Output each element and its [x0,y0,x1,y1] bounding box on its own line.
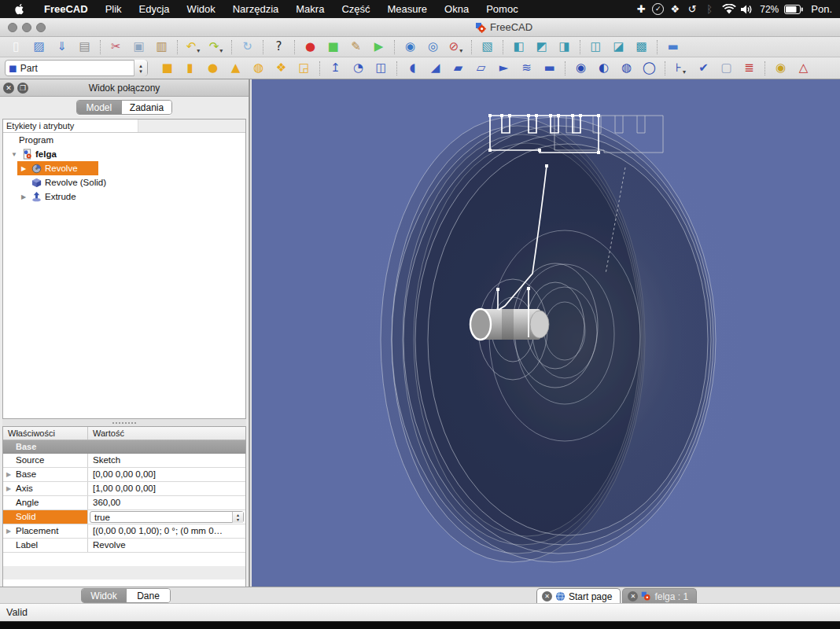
menu-plik[interactable]: Plik [97,3,131,15]
dropbox-icon[interactable]: ❖ [666,3,683,15]
workbench-stepper[interactable]: ▴▾ [134,60,147,76]
view-front-icon[interactable]: ◧ [507,39,530,56]
cylinder-icon[interactable]: ▮ [179,60,201,77]
menu-narz-dzia[interactable]: Narzędzia [224,3,288,15]
chamfer-icon[interactable]: ◢ [424,60,447,77]
sphere-icon[interactable]: ● [201,60,224,77]
plus-icon[interactable]: ✚ [632,3,650,15]
tab-model[interactable]: Model [77,101,121,114]
menubar-clock[interactable]: Pon. [806,3,832,15]
new-file-icon[interactable]: ▯ [5,39,28,56]
menu-makra[interactable]: Makra [287,3,333,15]
offset-icon[interactable]: ▬ [538,60,561,77]
expander-closed-icon[interactable]: ▶ [17,165,30,172]
sweep-icon[interactable]: ► [492,60,515,77]
fit-all-icon[interactable]: ◉ [399,39,422,56]
boolean-union-icon[interactable]: ◍ [615,60,638,77]
mirror-icon[interactable]: ◫ [370,60,392,77]
panel-titlebar[interactable]: ✕ ❐ Widok połączony [0,79,249,97]
property-row-solid[interactable]: Solidtrue▴▾ [3,510,245,524]
ruled-surface-icon[interactable]: ▱ [470,60,492,77]
extrude-icon[interactable]: ↥ [324,60,347,77]
box-icon[interactable]: ■ [156,60,179,77]
copy-icon[interactable]: ▣ [127,39,150,56]
dock-splitter[interactable] [2,419,246,426]
view-rear-icon[interactable]: ◫ [584,39,607,56]
tab-widok[interactable]: Widok [82,589,126,602]
menu-cz[interactable]: Część [333,3,378,15]
property-row-angle[interactable]: Angle360,00 [3,496,245,510]
menu-okna[interactable]: Okna [436,3,477,15]
document-tab-start-page[interactable]: ✕Start page [536,588,621,604]
dropdown-arrow-icon[interactable]: ▾ [683,68,686,77]
expander-closed-icon[interactable]: ▶ [3,524,14,538]
expander-closed-icon[interactable]: ▶ [3,482,14,495]
expander-open-icon[interactable]: ▼ [8,151,20,158]
volume-icon[interactable] [740,4,754,15]
refine-shape-icon[interactable]: ◉ [769,60,792,77]
torus-icon[interactable]: ◍ [247,60,270,77]
menu-freecad[interactable]: FreeCAD [35,3,97,15]
tree-item-revolve[interactable]: ▶Revolve [3,161,245,175]
zoom-icon[interactable]: ◎ [422,39,444,56]
tree-item-program[interactable]: Program [3,133,245,147]
tab-close-icon[interactable]: ✕ [628,591,638,601]
shape-builder-icon[interactable]: ◲ [293,60,315,77]
panel-undock-icon[interactable]: ❐ [17,83,28,94]
workbench-selector[interactable]: ◼ Part ▴▾ [5,60,148,76]
refresh-icon[interactable]: ↻ [236,39,259,56]
open-folder-icon[interactable]: ▨ [28,39,50,56]
property-value[interactable]: [0,00 0,00 0,00] [88,468,245,481]
print-icon[interactable]: ▤ [73,39,96,56]
boolean-cut-icon[interactable]: ◐ [592,60,615,77]
apple-menu[interactable] [0,3,35,15]
macro-stop-icon[interactable]: ■ [322,39,344,56]
property-row-placement[interactable]: ▶Placement[(0,00 0,00 1,00); 0 °; (0 mm … [3,524,245,539]
cross-sections-icon[interactable]: ⊦▾ [669,60,692,77]
macro-record-icon[interactable]: ● [299,39,322,56]
menu-edycja[interactable]: Edycja [131,3,179,15]
menu-pomoc[interactable]: Pomoc [477,3,526,15]
property-value-combobox[interactable]: true▴▾ [90,511,244,523]
property-row-source[interactable]: SourceSketch [3,454,245,468]
draw-style-icon[interactable]: ⊘▾ [444,39,467,56]
tree-item-extrude[interactable]: ▶Extrude [3,189,245,204]
menu-widok[interactable]: Widok [179,3,224,15]
dropdown-arrow-icon[interactable]: ▾ [219,47,223,56]
boolean-icon[interactable]: ◉ [569,60,592,77]
view-bottom-icon[interactable]: ◪ [607,39,630,56]
window-titlebar[interactable]: FreeCAD [0,18,840,37]
panel-close-icon[interactable]: ✕ [3,83,14,94]
dropdown-arrow-icon[interactable]: ▾ [197,47,200,56]
redo-icon[interactable]: ↷▾ [204,39,227,56]
menu-measure[interactable]: Measure [379,3,437,15]
boolean-common-icon[interactable]: ◯ [638,60,661,77]
tab-zadania[interactable]: Zadania [121,101,171,114]
defeaturing-icon[interactable]: ▢ [715,60,738,77]
tab-dane[interactable]: Dane [126,589,170,602]
property-value[interactable]: 360,00 [88,496,245,509]
macro-play-icon[interactable]: ▶ [367,39,390,56]
view-right-icon[interactable]: ◨ [553,39,576,56]
time-machine-icon[interactable]: ↺ [683,3,701,15]
property-row-base[interactable]: ▶Base[0,00 0,00 0,00] [3,468,245,482]
dropdown-arrow-icon[interactable]: ▾ [459,47,462,56]
bluetooth-icon[interactable]: ᛒ [701,3,718,15]
undo-icon[interactable]: ↶▾ [182,39,204,56]
3d-viewport[interactable] [252,79,840,587]
view-left-icon[interactable]: ▩ [630,39,653,56]
window-zoom-button[interactable] [36,23,46,32]
property-value[interactable]: Revolve [88,539,245,552]
view-top-icon[interactable]: ◩ [530,39,553,56]
revolve-icon[interactable]: ◔ [347,60,370,77]
combobox-stepper-icon[interactable]: ▴▾ [232,512,243,523]
macos-dock-edge[interactable] [0,621,840,629]
expander-closed-icon[interactable]: ▶ [17,193,30,200]
property-row-label[interactable]: LabelRevolve [3,539,245,553]
measure-clear-all-icon[interactable]: △ [792,60,815,77]
whats-this-icon[interactable]: ? [267,39,290,56]
save-icon[interactable]: ⇓ [50,39,73,56]
expander-closed-icon[interactable]: ▶ [3,468,14,481]
create-primitives-icon[interactable]: ❖ [270,60,293,77]
cut-icon[interactable]: ✂ [105,39,127,56]
